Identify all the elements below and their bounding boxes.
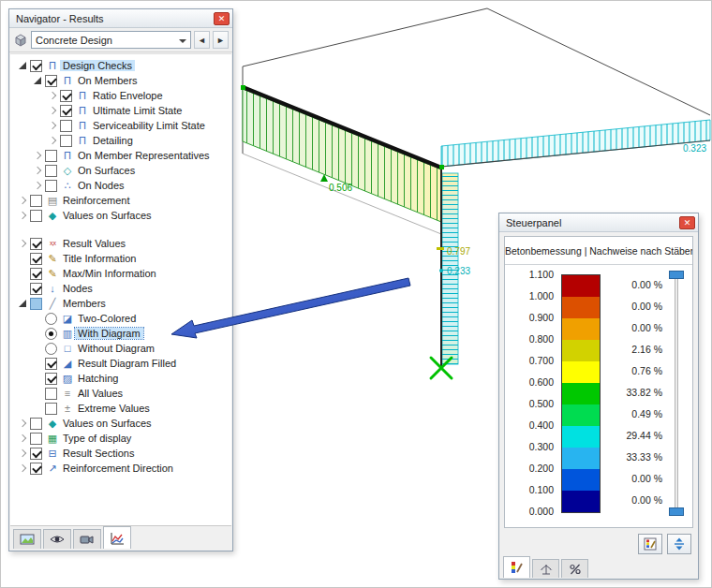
checkbox[interactable] bbox=[45, 403, 57, 415]
checkbox[interactable] bbox=[30, 210, 42, 222]
tree-item-label: Extreme Values bbox=[75, 403, 153, 414]
slider-track[interactable] bbox=[675, 274, 678, 511]
tree-item-result-diagram-filled[interactable]: ◢Result Diagram Filled bbox=[10, 356, 231, 371]
expander-icon[interactable] bbox=[16, 447, 29, 460]
scale-range-slider bbox=[668, 274, 685, 511]
tree-item-reinforcement[interactable]: ▤Reinforcement bbox=[10, 193, 231, 208]
scale-percent: 0.00 % bbox=[606, 317, 662, 339]
fit-scale-button[interactable] bbox=[667, 534, 691, 554]
expander-icon[interactable] bbox=[46, 134, 59, 147]
tree-item-hatching[interactable]: ▨Hatching bbox=[10, 371, 231, 386]
tree-item-result-values[interactable]: x,xResult Values bbox=[10, 236, 231, 251]
previous-button[interactable] bbox=[194, 31, 210, 49]
checkbox[interactable] bbox=[45, 358, 57, 370]
tab-results[interactable] bbox=[103, 526, 131, 549]
checkbox[interactable] bbox=[30, 283, 42, 295]
tree-item-design-checks[interactable]: ΠDesign Checks bbox=[10, 58, 231, 73]
tab-display[interactable] bbox=[13, 529, 41, 549]
checkbox[interactable] bbox=[45, 165, 57, 177]
tree-item-detailing[interactable]: ΠDetailing bbox=[10, 133, 231, 148]
expander-icon[interactable] bbox=[31, 164, 44, 177]
tab-scaling[interactable] bbox=[532, 559, 559, 578]
tree-item-label: On Surfaces bbox=[75, 165, 138, 176]
tree-item-title-information[interactable]: ✎Title Information bbox=[10, 251, 231, 266]
expander-icon[interactable] bbox=[46, 119, 59, 132]
tab-camera[interactable] bbox=[73, 529, 101, 549]
tree-item-on-member-representatives[interactable]: ΠOn Member Representatives bbox=[10, 148, 231, 163]
design-type-dropdown[interactable]: Concrete Design bbox=[31, 31, 191, 49]
expander-icon[interactable] bbox=[46, 89, 59, 102]
scale-value: 0.500 bbox=[511, 398, 554, 409]
close-icon[interactable] bbox=[214, 12, 230, 25]
expander-icon[interactable] bbox=[46, 104, 59, 117]
next-button[interactable] bbox=[213, 31, 229, 49]
checkbox[interactable] bbox=[30, 60, 42, 72]
expander-icon[interactable] bbox=[16, 59, 29, 72]
checkbox[interactable] bbox=[60, 105, 72, 117]
checkbox[interactable] bbox=[60, 90, 72, 102]
checkbox[interactable] bbox=[30, 253, 42, 265]
checkbox[interactable] bbox=[30, 298, 42, 310]
tree-item-nodes[interactable]: ↓Nodes bbox=[10, 281, 231, 296]
expander-icon[interactable] bbox=[16, 462, 29, 475]
radio-button[interactable] bbox=[45, 313, 57, 325]
checkbox[interactable] bbox=[30, 195, 42, 207]
tree-item-on-surfaces[interactable]: ◇On Surfaces bbox=[10, 163, 231, 178]
checkbox[interactable] bbox=[30, 448, 42, 460]
expander-icon[interactable] bbox=[16, 417, 29, 430]
panel-buttons bbox=[638, 534, 691, 554]
tree-item-reinforcement-direction[interactable]: ↗Reinforcement Direction bbox=[10, 461, 231, 476]
expander-icon[interactable] bbox=[16, 432, 29, 445]
checkbox[interactable] bbox=[30, 463, 42, 475]
navigator-titlebar[interactable]: Navigator - Results bbox=[9, 9, 232, 28]
checkbox[interactable] bbox=[45, 150, 57, 162]
tree-item-result-sections[interactable]: ⊟Result Sections bbox=[10, 446, 231, 461]
slider-max-handle[interactable] bbox=[669, 271, 684, 279]
tree-item-max-min-information[interactable]: ✎Max/Min Information bbox=[10, 266, 231, 281]
tree-item-ultimate-limit-state[interactable]: ΠUltimate Limit State bbox=[10, 103, 231, 118]
tree-item-ratio-envelope[interactable]: ΠRatio Envelope bbox=[10, 88, 231, 103]
radio-button[interactable] bbox=[45, 343, 57, 355]
slider-min-handle[interactable] bbox=[669, 507, 684, 516]
close-icon[interactable] bbox=[679, 216, 695, 229]
tree-item-without-diagram[interactable]: □Without Diagram bbox=[10, 341, 231, 356]
expander-icon[interactable] bbox=[16, 297, 29, 310]
tab-color-scale[interactable] bbox=[503, 556, 530, 578]
control-panel-titlebar[interactable]: Steuerpanel bbox=[499, 213, 698, 232]
expander-icon[interactable] bbox=[16, 194, 29, 207]
checkbox[interactable] bbox=[30, 418, 42, 430]
tree-item-label: With Diagram bbox=[75, 328, 143, 339]
checkbox[interactable] bbox=[30, 238, 42, 250]
checkbox[interactable] bbox=[60, 135, 72, 147]
tree-item-all-values[interactable]: ≡All Values bbox=[10, 386, 231, 401]
tree-item-two-colored[interactable]: ◪Two-Colored bbox=[10, 311, 231, 326]
tree-item-serviceability-limit-state[interactable]: ΠServiceability Limit State bbox=[10, 118, 231, 133]
checkbox[interactable] bbox=[45, 75, 57, 87]
expander-icon[interactable] bbox=[31, 179, 44, 192]
checkbox[interactable] bbox=[45, 373, 57, 385]
color-scale: 1.100 1.000 0.900 0.800 0.700 0.600 0.50… bbox=[511, 274, 689, 511]
checkbox[interactable] bbox=[45, 388, 57, 400]
tree-item-on-members[interactable]: ΠOn Members bbox=[10, 73, 231, 88]
tree-item-extreme-values[interactable]: ±Extreme Values bbox=[10, 401, 231, 416]
radio-button[interactable] bbox=[45, 328, 57, 340]
control-panel: Steuerpanel Betonbemessung | Nachweise n… bbox=[498, 213, 699, 580]
expander-icon[interactable] bbox=[16, 209, 29, 222]
tab-statistics[interactable] bbox=[561, 559, 588, 578]
checkbox[interactable] bbox=[60, 120, 72, 132]
scale-options-button[interactable] bbox=[638, 534, 662, 554]
expander-icon[interactable] bbox=[16, 237, 29, 250]
checkbox[interactable] bbox=[30, 268, 42, 280]
tick-yellow-icon bbox=[437, 247, 444, 250]
checkbox[interactable] bbox=[30, 433, 42, 445]
tree-item-members[interactable]: ╱Members bbox=[10, 296, 231, 311]
tree-item-values-on-surfaces-2[interactable]: ◆Values on Surfaces bbox=[10, 416, 231, 431]
tree-item-type-of-display[interactable]: ▦Type of display bbox=[10, 431, 231, 446]
tree-item-values-on-surfaces[interactable]: ◆Values on Surfaces bbox=[10, 208, 231, 223]
tree-item-on-nodes[interactable]: ∴On Nodes bbox=[10, 178, 231, 193]
tree-item-with-diagram[interactable]: ▥With Diagram bbox=[10, 326, 231, 341]
expander-icon[interactable] bbox=[31, 74, 44, 87]
tab-views[interactable] bbox=[43, 529, 71, 549]
expander-icon[interactable] bbox=[31, 149, 44, 162]
checkbox[interactable] bbox=[45, 180, 57, 192]
